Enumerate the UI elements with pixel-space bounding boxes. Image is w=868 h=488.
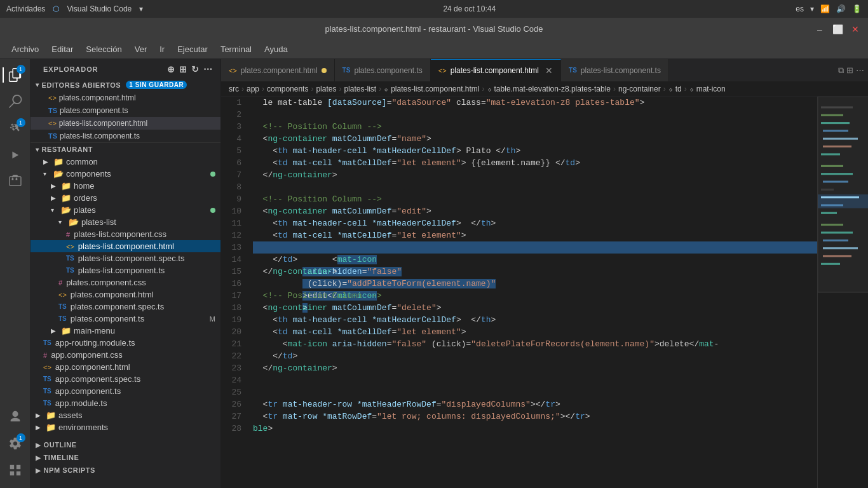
tree-plates-list[interactable]: ▾ 📂 plates-list bbox=[31, 216, 220, 228]
bc-components[interactable]: components bbox=[267, 85, 308, 93]
tree-plates-list-html[interactable]: <> plates-list.component.html bbox=[31, 240, 220, 252]
tab-plates-ts[interactable]: TS plates.component.ts bbox=[335, 59, 431, 81]
tree-app-module[interactable]: TS app.module.ts bbox=[31, 397, 220, 409]
activity-extensions[interactable] bbox=[3, 169, 28, 194]
activity-account[interactable] bbox=[3, 404, 28, 430]
code-line-4: <ng-container matColumnDef="name" > bbox=[253, 133, 817, 145]
minimize-button[interactable]: – bbox=[813, 23, 826, 36]
menu-ayuda[interactable]: Ayuda bbox=[259, 42, 293, 57]
code-line-18: <ng-container matColumnDef="delete" > bbox=[253, 302, 817, 314]
open-file-plates-html[interactable]: <> plates.component.html bbox=[31, 92, 220, 104]
menu-ejecutar[interactable]: Ejecutar bbox=[172, 42, 213, 57]
environments-arrow: ▶ bbox=[36, 424, 43, 431]
tree-app-routing[interactable]: TS app-routing.module.ts bbox=[31, 337, 220, 349]
bc-td[interactable]: td bbox=[675, 85, 682, 93]
collapse-icon[interactable]: ⋯ bbox=[203, 64, 213, 74]
tree-plates-list-spec[interactable]: TS plates-list.component.spec.ts bbox=[31, 252, 220, 264]
timeline-header[interactable]: ▶ TIMELINE bbox=[31, 451, 220, 464]
folder-icon: 📁 bbox=[53, 157, 64, 166]
new-folder-icon[interactable]: ⊞ bbox=[179, 64, 187, 74]
tree-plates-component-html[interactable]: <> plates.component.html bbox=[31, 288, 220, 301]
tab-close-icon[interactable]: ✕ bbox=[545, 65, 553, 76]
bc-table[interactable]: table.mat-elevation-z8.plates-table bbox=[494, 85, 611, 93]
bc-plates[interactable]: plates bbox=[316, 85, 336, 93]
menu-ver[interactable]: Ver bbox=[130, 42, 153, 57]
menu-archivo[interactable]: Archivo bbox=[6, 42, 44, 57]
tree-main-menu[interactable]: ▶ 📁 main-menu bbox=[31, 325, 220, 337]
more-actions-icon[interactable]: ⋯ bbox=[856, 65, 864, 76]
split-editor-icon[interactable]: ⧉ bbox=[838, 65, 844, 76]
bc-file[interactable]: plates-list.component.html bbox=[391, 85, 479, 93]
app-dropdown-icon[interactable]: ▾ bbox=[139, 4, 143, 13]
tab-plates-html[interactable]: <> plates.component.html bbox=[221, 59, 335, 81]
activity-settings[interactable]: 1 bbox=[3, 431, 28, 456]
tree-orders[interactable]: ▶ 📁 orders bbox=[31, 192, 220, 204]
tree-assets[interactable]: ▶ 📁 assets bbox=[31, 409, 220, 421]
tree-components[interactable]: ▾ 📂 components bbox=[31, 168, 220, 180]
open-file-plates-list-ts[interactable]: TS plates-list.component.ts bbox=[31, 130, 220, 142]
restaurant-header[interactable]: ▾ RESTAURANT bbox=[31, 143, 220, 156]
tree-plates-list-ts[interactable]: TS plates-list.component.ts bbox=[31, 264, 220, 276]
breadcrumb: src › app › components › plates › plates… bbox=[221, 82, 868, 97]
open-file-plates-ts[interactable]: TS plates.component.ts bbox=[31, 104, 220, 117]
new-file-icon[interactable]: ⊕ bbox=[167, 64, 175, 74]
activity-run[interactable] bbox=[3, 142, 28, 168]
refresh-icon[interactable]: ↻ bbox=[191, 64, 200, 74]
editor-area: <> plates.component.html TS plates.compo… bbox=[221, 59, 868, 488]
menu-ir[interactable]: Ir bbox=[154, 42, 170, 57]
sound-icon: 🔊 bbox=[836, 4, 846, 13]
source-control-badge: 1 bbox=[17, 118, 25, 127]
tree-app-spec[interactable]: TS app.component.spec.ts bbox=[31, 373, 220, 385]
app-name-label[interactable]: Visual Studio Code bbox=[67, 4, 132, 13]
lang-dropdown-icon[interactable]: ▾ bbox=[810, 4, 814, 13]
outline-arrow: ▶ bbox=[36, 442, 41, 449]
bc-plates-list[interactable]: plates-list bbox=[344, 85, 376, 93]
code-line-5: <th mat-header-cell *matHeaderCellDef > … bbox=[253, 145, 817, 157]
menu-seleccion[interactable]: Selección bbox=[81, 42, 126, 57]
tree-app-ts[interactable]: TS app.component.ts bbox=[31, 385, 220, 397]
tree-plates-spec[interactable]: TS plates.component.spec.ts bbox=[31, 301, 220, 313]
tab-plates-list-html[interactable]: <> plates-list.component.html ✕ bbox=[431, 59, 561, 81]
code-line-13: <mat-icon aria-hidden="false" (click)="a… bbox=[253, 241, 817, 254]
code-line-10: <ng-container matColumnDef="edit" > bbox=[253, 205, 817, 217]
tree-app-html[interactable]: <> app.component.html bbox=[31, 361, 220, 373]
tree-plates-component-ts[interactable]: TS plates.component.ts M bbox=[31, 313, 220, 325]
maximize-button[interactable]: ⬜ bbox=[831, 23, 844, 36]
outline-header[interactable]: ▶ OUTLINE bbox=[31, 438, 220, 451]
plates-spec-label: plates.component.spec.ts bbox=[71, 302, 164, 311]
assets-arrow: ▶ bbox=[36, 412, 43, 419]
menu-editar[interactable]: Editar bbox=[46, 42, 78, 57]
activity-explorer[interactable]: 1 bbox=[3, 62, 28, 88]
tree-environments[interactable]: ▶ 📁 environments bbox=[31, 421, 220, 433]
layout-icon[interactable]: ⊞ bbox=[846, 65, 853, 76]
bc-mat-icon[interactable]: mat-icon bbox=[696, 85, 726, 93]
environments-folder-icon: 📁 bbox=[46, 423, 56, 432]
tree-home[interactable]: ▶ 📁 home bbox=[31, 180, 220, 192]
tree-common[interactable]: ▶ 📁 common bbox=[31, 156, 220, 168]
activities-label[interactable]: Actividades bbox=[6, 4, 45, 13]
css-icon-app: # bbox=[43, 351, 47, 359]
npm-scripts-header[interactable]: ▶ NPM SCRIPTS bbox=[31, 464, 220, 477]
plates-list-html-label: plates-list.component.html bbox=[78, 241, 174, 251]
close-button[interactable]: ✕ bbox=[849, 23, 862, 36]
bc-src[interactable]: src bbox=[229, 85, 239, 93]
open-editors-header[interactable]: ▾ EDITORES ABIERTOS 1 SIN GUARDAR bbox=[31, 78, 220, 92]
minimap-svg bbox=[818, 97, 868, 488]
tree-plates[interactable]: ▾ 📂 plates bbox=[31, 204, 220, 216]
plates-folder-icon: 📂 bbox=[61, 205, 71, 215]
code-line-19: <th mat-header-cell *matHeaderCellDef > … bbox=[253, 314, 817, 326]
tree-plates-css[interactable]: # plates.component.css bbox=[31, 276, 220, 288]
code-content[interactable]: le mat-table [dataSource]="dataSource" c… bbox=[247, 97, 817, 488]
bc-ng-container[interactable]: ng-container bbox=[618, 85, 661, 93]
tree-plates-list-css[interactable]: # plates-list.component.css bbox=[31, 228, 220, 240]
activity-source-control[interactable]: 1 bbox=[3, 116, 28, 141]
tree-app-css[interactable]: # app.component.css bbox=[31, 349, 220, 361]
components-label: components bbox=[66, 169, 111, 179]
menu-terminal[interactable]: Terminal bbox=[215, 42, 257, 57]
activity-grid[interactable] bbox=[3, 458, 28, 483]
activity-search[interactable] bbox=[3, 89, 28, 114]
bc-app[interactable]: app bbox=[247, 85, 259, 93]
code-line-25 bbox=[253, 386, 817, 398]
tab-plates-list-ts[interactable]: TS plates-list.component.ts bbox=[561, 59, 669, 81]
open-file-plates-list-html[interactable]: <> plates-list.component.html bbox=[31, 117, 220, 130]
